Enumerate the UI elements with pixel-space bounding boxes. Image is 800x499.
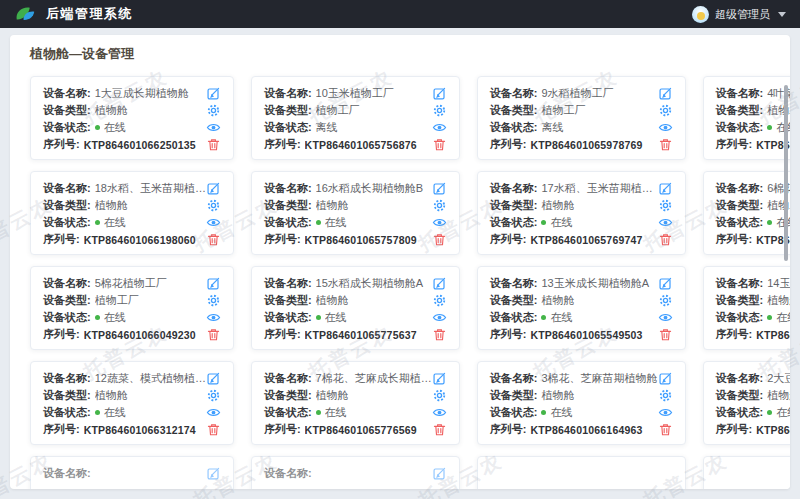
trash-icon[interactable] xyxy=(206,137,221,152)
device-card: 设备名称: 10玉米植物工厂 设备类型: 植物工厂 设备状态: xyxy=(251,76,460,160)
scrollbar-thumb[interactable] xyxy=(784,85,788,261)
device-type-row: 设备类型: 植物工厂 xyxy=(490,102,673,119)
device-type-value: 植物舱 xyxy=(95,198,206,213)
device-name-label: 设备名称: xyxy=(490,276,538,291)
edit-icon[interactable] xyxy=(206,371,221,386)
device-serial-value: KTP864601066250135 xyxy=(84,139,206,151)
edit-icon[interactable] xyxy=(206,181,221,196)
trash-icon[interactable] xyxy=(658,422,673,437)
user-avatar[interactable] xyxy=(692,6,709,23)
device-type-value: 植物工厂 xyxy=(316,103,432,118)
device-status-row: 设备状态: 在线 xyxy=(264,404,447,421)
trash-icon[interactable] xyxy=(206,422,221,437)
device-serial-value: KTP864601065757809 xyxy=(305,234,432,246)
device-serial-row: 序列号: KTP864601066164963 xyxy=(490,421,673,438)
edit-icon[interactable] xyxy=(206,466,221,481)
trash-icon[interactable] xyxy=(658,137,673,152)
device-name-label: 设备名称: xyxy=(716,371,764,386)
device-status-label: 设备状态: xyxy=(716,310,764,325)
device-status-value: 离线 xyxy=(316,120,432,135)
device-status-label: 设备状态: xyxy=(490,120,538,135)
device-status-label: 设备状态: xyxy=(716,215,764,230)
edit-icon[interactable] xyxy=(658,276,673,291)
device-serial-value: KTP864601066049230 xyxy=(84,329,206,341)
eye-icon[interactable] xyxy=(432,120,447,135)
trash-icon[interactable] xyxy=(432,422,447,437)
eye-icon[interactable] xyxy=(658,120,673,135)
device-status-value: 在线 xyxy=(104,215,206,230)
trash-icon[interactable] xyxy=(206,232,221,247)
device-name-row: 设备名称: 1大豆成长期植物舱 xyxy=(43,85,221,102)
device-name-value: 2大豆苗期植物舱 xyxy=(767,371,790,386)
device-name-value: 15水稻成长期植物舱A xyxy=(316,276,432,291)
edit-icon[interactable] xyxy=(206,276,221,291)
device-serial-value: KTP864601065549503 xyxy=(530,329,657,341)
gear-icon[interactable] xyxy=(658,388,673,403)
eye-icon[interactable] xyxy=(206,215,221,230)
eye-icon[interactable] xyxy=(658,310,673,325)
device-serial-value: KTP864601066198060 xyxy=(84,234,206,246)
device-type-label: 设备类型: xyxy=(264,293,312,308)
device-type-row: 设备类型: 植物工厂 xyxy=(264,102,447,119)
trash-icon[interactable] xyxy=(658,232,673,247)
user-name: 超级管理员 xyxy=(715,7,770,22)
device-card-partial: 设备名称: xyxy=(30,456,234,489)
device-card: 设备名称: 17水稻、玉米苗期植… 设备类型: 植物舱 设备状态: xyxy=(477,171,686,255)
edit-icon[interactable] xyxy=(206,86,221,101)
edit-icon[interactable] xyxy=(432,86,447,101)
edit-icon[interactable] xyxy=(658,181,673,196)
trash-icon[interactable] xyxy=(432,232,447,247)
gear-icon[interactable] xyxy=(206,103,221,118)
device-name-label: 设备名称: xyxy=(716,181,764,196)
gear-icon[interactable] xyxy=(432,198,447,213)
gear-icon[interactable] xyxy=(432,293,447,308)
device-type-value: 植物舱 xyxy=(95,103,206,118)
device-name-row: 设备名称: 15水稻成长期植物舱A xyxy=(264,275,447,292)
trash-icon[interactable] xyxy=(206,327,221,342)
eye-icon[interactable] xyxy=(206,405,221,420)
gear-icon[interactable] xyxy=(206,293,221,308)
status-dot xyxy=(541,315,546,320)
edit-icon[interactable] xyxy=(658,86,673,101)
gear-icon[interactable] xyxy=(206,388,221,403)
user-menu[interactable]: 超级管理员 xyxy=(692,6,786,23)
device-type-value: 植物舱 xyxy=(767,388,790,403)
eye-icon[interactable] xyxy=(658,405,673,420)
device-type-value: 植物舱 xyxy=(541,198,657,213)
device-type-label: 设备类型: xyxy=(43,103,91,118)
eye-icon[interactable] xyxy=(432,215,447,230)
device-type-row: 设备类型: 植物舱 xyxy=(43,197,221,214)
gear-icon[interactable] xyxy=(658,198,673,213)
edit-icon[interactable] xyxy=(658,371,673,386)
status-dot xyxy=(95,125,100,130)
edit-icon[interactable] xyxy=(432,371,447,386)
device-type-row: 设备类型: 植物舱 xyxy=(490,387,673,404)
device-name-row: 设备名称: xyxy=(43,465,221,482)
device-name-value: 3棉花、芝麻苗期植物舱 xyxy=(541,371,657,386)
edit-icon[interactable] xyxy=(432,181,447,196)
trash-icon[interactable] xyxy=(432,327,447,342)
eye-icon[interactable] xyxy=(206,310,221,325)
edit-icon[interactable] xyxy=(432,276,447,291)
edit-icon[interactable] xyxy=(432,466,447,481)
trash-icon[interactable] xyxy=(658,327,673,342)
device-type-value: 植物舱 xyxy=(541,388,657,403)
device-status-value: 在线 xyxy=(325,405,432,420)
eye-icon[interactable] xyxy=(432,405,447,420)
device-type-row: 设备类型: 植物舱 xyxy=(716,387,790,404)
gear-icon[interactable] xyxy=(432,388,447,403)
device-serial-value: KTP864601065769747 xyxy=(530,234,657,246)
status-dot xyxy=(767,220,772,225)
gear-icon[interactable] xyxy=(206,198,221,213)
gear-icon[interactable] xyxy=(432,103,447,118)
device-type-row: 设备类型: 植物舱 xyxy=(43,387,221,404)
content-panel: 植物舱—设备管理 设备名称: 1大豆成长期植物舱 设备类型: 植物舱 xyxy=(10,35,790,489)
gear-icon[interactable] xyxy=(658,293,673,308)
gear-icon[interactable] xyxy=(658,103,673,118)
device-card: 设备名称: 12蔬菜、模式植物植… 设备类型: 植物舱 设备状态: xyxy=(30,361,234,445)
eye-icon[interactable] xyxy=(206,120,221,135)
trash-icon[interactable] xyxy=(432,137,447,152)
eye-icon[interactable] xyxy=(432,310,447,325)
eye-icon[interactable] xyxy=(658,215,673,230)
device-status-label: 设备状态: xyxy=(490,310,538,325)
